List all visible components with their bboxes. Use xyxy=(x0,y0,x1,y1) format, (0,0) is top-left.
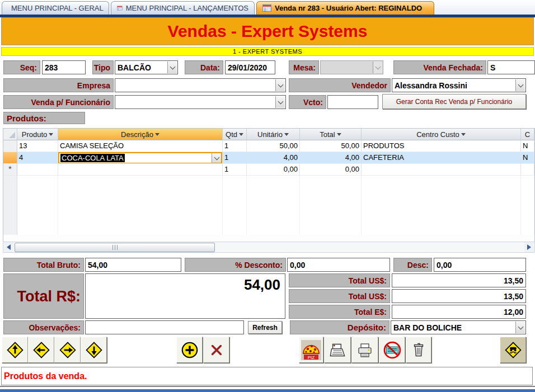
refresh-button[interactable]: Refresh xyxy=(248,321,282,334)
tab-menu-principal-geral[interactable]: MENU PRINCIPAL - GERAL xyxy=(2,1,109,15)
column-header-total[interactable]: Total xyxy=(300,129,362,140)
vcto-input[interactable] xyxy=(327,95,378,109)
delete-sale-button[interactable] xyxy=(406,337,431,363)
previous-record-button[interactable] xyxy=(28,337,54,363)
cell-produto[interactable]: 4 xyxy=(17,152,58,164)
horizontal-scrollbar[interactable] xyxy=(3,242,535,253)
last-record-icon xyxy=(84,340,104,360)
column-header-centro-custo[interactable]: Centro Custo xyxy=(362,129,521,140)
cell-extra[interactable] xyxy=(521,164,534,176)
delete-record-button[interactable] xyxy=(203,337,229,363)
row-selector[interactable] xyxy=(3,140,17,152)
data-input[interactable]: 29/01/2020 xyxy=(225,60,275,74)
deposito-select[interactable]: BAR DO BOLICHE xyxy=(391,320,526,334)
tab-label: MENU PRINCIPAL - GERAL xyxy=(11,4,104,12)
no-print-button[interactable] xyxy=(379,337,405,363)
perc-desconto-input[interactable]: 0,00 xyxy=(287,258,390,272)
cell-produto[interactable] xyxy=(17,164,58,176)
tab-label: Venda nr 283 - Usuário Abert: REGINALDO xyxy=(275,4,422,12)
cell-extra[interactable]: N xyxy=(521,140,534,152)
exit-button[interactable] xyxy=(500,337,526,363)
total-es-value: 12,00 xyxy=(392,305,526,319)
column-header-unitario[interactable]: Unitário xyxy=(247,129,300,140)
next-record-button[interactable] xyxy=(54,337,81,363)
filter-dropdown-icon[interactable] xyxy=(49,133,53,136)
filter-dropdown-icon[interactable] xyxy=(461,133,466,136)
cell-centro-custo[interactable]: PRODUTOS xyxy=(362,140,521,152)
column-header-produto[interactable]: Produto xyxy=(17,129,58,140)
pizza-button[interactable]: PIZ xyxy=(299,337,323,363)
total-us1-label: Total US$: xyxy=(289,273,390,287)
empresa-select[interactable] xyxy=(115,78,286,92)
filter-dropdown-icon[interactable] xyxy=(155,133,159,136)
tab-menu-principal-lancamentos[interactable]: MENU PRINCIPAL - LANÇAMENTOS xyxy=(111,1,255,15)
column-header-extra[interactable]: C xyxy=(521,129,534,140)
total-rs-value: 54,00 xyxy=(85,273,285,319)
cash-register-icon xyxy=(327,339,348,361)
page-title: Vendas - Expert Systems xyxy=(168,22,368,41)
chevron-down-icon[interactable] xyxy=(515,322,525,333)
cell-unitario[interactable]: 50,00 xyxy=(247,140,300,152)
cell-total[interactable]: 4,00 xyxy=(300,152,362,164)
table-row[interactable]: 13 CAMISA SELEÇÃO 1 50,00 50,00 PRODUTOS… xyxy=(3,140,534,152)
seq-input[interactable]: 283 xyxy=(42,60,86,74)
chevron-down-icon[interactable] xyxy=(212,153,221,163)
table-row-selected[interactable]: 4 COCA-COLA LATA 1 4,00 4,00 CAFETERIA N xyxy=(3,152,534,164)
scrollbar-thumb[interactable] xyxy=(15,243,215,252)
form-banner: Vendas - Expert Systems xyxy=(1,17,534,45)
tipo-select[interactable]: BALCÃO xyxy=(115,60,178,74)
tab-venda-283[interactable]: Venda nr 283 - Usuário Abert: REGINALDO xyxy=(256,1,434,15)
column-header-descricao[interactable]: Descrição xyxy=(58,129,223,140)
perc-desconto-label: % Desconto: xyxy=(185,258,286,272)
cell-unitario[interactable]: 4,00 xyxy=(247,152,300,164)
cell-qtd[interactable]: 1 xyxy=(223,140,247,152)
observacoes-input[interactable] xyxy=(85,320,244,334)
gerar-conta-rec-button[interactable]: Gerar Conta Rec Venda p/ Funcionário xyxy=(382,94,526,109)
cell-centro-custo[interactable]: CAFETERIA xyxy=(362,152,521,164)
status-bar: Produtos da venda. xyxy=(1,367,533,385)
cell-qtd[interactable]: 1 xyxy=(223,152,247,164)
empresa-label: Empresa xyxy=(3,78,114,92)
total-us1-value: 13,50 xyxy=(392,273,526,287)
cell-descricao-active[interactable]: COCA-COLA LATA xyxy=(58,152,223,164)
filter-dropdown-icon[interactable] xyxy=(337,133,341,136)
vendedor-select[interactable]: Alessandra Rossini xyxy=(392,78,526,92)
delete-record-icon xyxy=(207,340,227,360)
scroll-right-icon[interactable] xyxy=(524,242,534,252)
cell-produto[interactable]: 13 xyxy=(17,140,58,152)
venda-fechada-input[interactable]: S xyxy=(487,60,535,74)
table-row-new[interactable]: * 1 0,00 0,00 xyxy=(3,164,534,176)
row-selector-active[interactable] xyxy=(3,152,17,164)
no-print-icon xyxy=(382,339,403,361)
chevron-down-icon[interactable] xyxy=(275,79,285,91)
venda-funcionario-select[interactable] xyxy=(115,95,286,109)
cell-descricao[interactable]: CAMISA SELEÇÃO xyxy=(58,140,223,152)
print-button[interactable] xyxy=(351,337,378,363)
chevron-down-icon[interactable] xyxy=(515,79,525,91)
cell-centro-custo[interactable] xyxy=(362,164,521,176)
cell-extra[interactable]: N xyxy=(521,152,534,164)
add-record-button[interactable] xyxy=(176,337,203,363)
cell-total[interactable]: 0,00 xyxy=(300,164,362,176)
filter-dropdown-icon[interactable] xyxy=(239,133,243,136)
cash-register-button[interactable] xyxy=(324,337,351,363)
chevron-down-icon[interactable] xyxy=(275,96,285,108)
total-bruto-label: Total Bruto: xyxy=(3,258,84,272)
descricao-combo[interactable]: COCA-COLA LATA xyxy=(58,152,222,164)
total-rs-label: Total R$: xyxy=(3,273,84,319)
select-all-cell[interactable] xyxy=(3,129,17,140)
chevron-down-icon[interactable] xyxy=(167,62,177,73)
desc-input[interactable]: 0,00 xyxy=(434,258,526,272)
last-record-button[interactable] xyxy=(81,337,107,363)
seq-label: Seq: xyxy=(3,60,40,74)
total-bruto-input[interactable]: 54,00 xyxy=(85,258,181,272)
products-grid: Produto Descrição Qtd Unitário Total Cen… xyxy=(3,128,535,253)
cell-descricao[interactable] xyxy=(58,164,223,176)
filter-dropdown-icon[interactable] xyxy=(284,133,289,136)
cell-unitario[interactable]: 0,00 xyxy=(247,164,300,176)
cell-total[interactable]: 50,00 xyxy=(300,140,362,152)
first-record-button[interactable] xyxy=(2,337,28,363)
cell-qtd[interactable]: 1 xyxy=(223,164,247,176)
column-header-qtd[interactable]: Qtd xyxy=(223,129,247,140)
scroll-left-icon[interactable] xyxy=(4,242,13,252)
